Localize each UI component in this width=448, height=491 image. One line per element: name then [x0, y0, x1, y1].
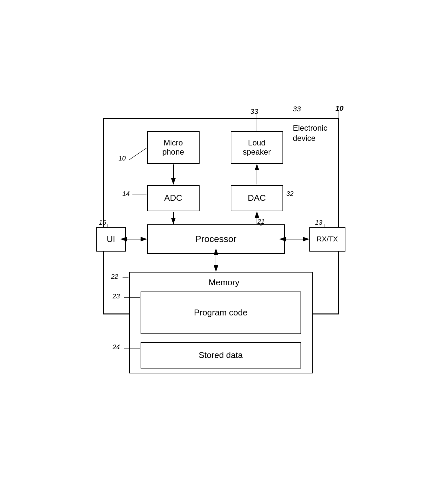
memory-ref-label: 22 [111, 273, 118, 280]
device-ref-label: 10 [336, 104, 343, 113]
program-code-box: Program code [141, 292, 301, 334]
dac-processor-ref-label: 21 [258, 218, 265, 225]
storeddata-ref-label: 24 [113, 343, 120, 351]
programcode-ref-label: 23 [113, 293, 120, 300]
microphone-box: Microphone [147, 131, 200, 164]
ui-ref-label: 15 [99, 219, 106, 226]
rxtx-ref-label: 13 [315, 219, 322, 226]
ui-box: UI [96, 227, 126, 252]
electronic-device-title: Electronicdevice [293, 123, 327, 143]
dac-box: DAC [231, 185, 283, 211]
dac-ref-label: 32 [286, 190, 294, 198]
diagram-container: 33 10 Electronicdevice 33 Microphone Lou… [90, 98, 359, 393]
loudspeaker-ref: 33 [250, 107, 258, 116]
processor-box: Processor [147, 224, 285, 254]
electronic-device-label: 33 [293, 104, 301, 113]
adc-box: ADC [147, 185, 200, 211]
adc-ref-label: 14 [123, 190, 130, 198]
microphone-ref-label: 10 [119, 155, 126, 162]
loudspeaker-box: Loudspeaker [231, 131, 283, 164]
rxtx-box: RX/TX [309, 227, 345, 252]
stored-data-box: Stored data [141, 342, 301, 368]
